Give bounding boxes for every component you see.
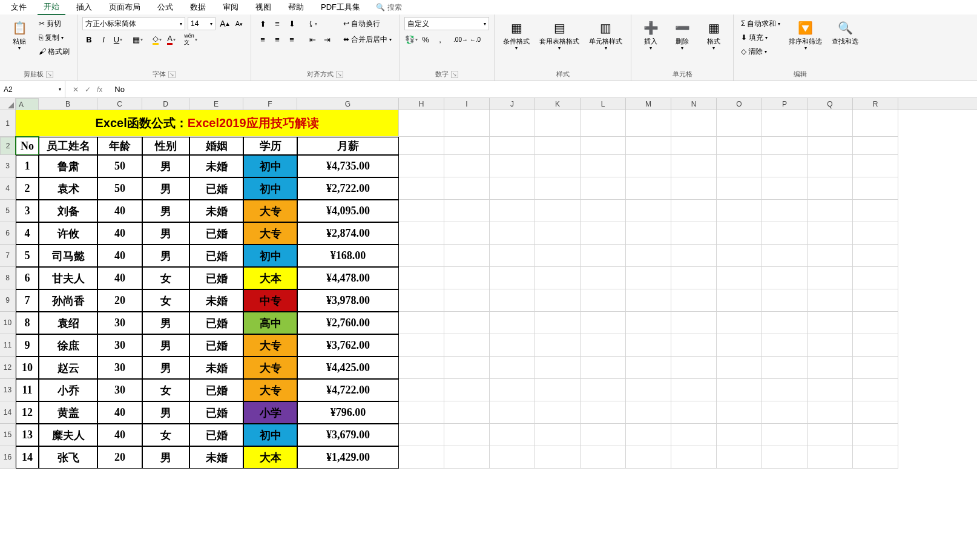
data-cell[interactable]: 大专 (243, 200, 297, 222)
cell[interactable] (853, 222, 898, 245)
row-header-4[interactable]: 4 (0, 177, 16, 200)
cell[interactable] (581, 137, 626, 155)
data-cell[interactable]: 男 (142, 245, 189, 267)
cell[interactable] (490, 379, 535, 401)
cell[interactable] (399, 137, 444, 155)
cell[interactable] (853, 245, 898, 267)
cell[interactable] (581, 446, 626, 469)
data-cell[interactable]: 初中 (243, 245, 297, 267)
cell[interactable] (717, 200, 762, 222)
cell[interactable] (853, 289, 898, 312)
data-cell[interactable]: 已婚 (189, 312, 243, 334)
data-cell[interactable]: ¥4,735.00 (297, 155, 399, 177)
data-cell[interactable]: 40 (97, 200, 142, 222)
data-cell[interactable]: 大本 (243, 446, 297, 469)
cell[interactable] (444, 289, 490, 312)
data-cell[interactable]: 男 (142, 312, 189, 334)
cell[interactable] (399, 155, 444, 177)
cell[interactable] (762, 401, 808, 424)
data-cell[interactable]: 张飞 (39, 446, 97, 469)
increase-font-button[interactable]: A▴ (218, 17, 231, 30)
cell[interactable] (762, 289, 808, 312)
data-cell[interactable]: 已婚 (189, 267, 243, 289)
cell[interactable] (671, 312, 717, 334)
cell[interactable] (444, 424, 490, 446)
worksheet-grid[interactable]: ABCDEFGHIJKLMNOPQR 1Excel函数公式：Excel2019应… (0, 98, 977, 469)
column-header-H[interactable]: H (399, 98, 444, 110)
cell[interactable] (399, 424, 444, 446)
cell[interactable] (444, 200, 490, 222)
cell[interactable] (535, 137, 581, 155)
cell[interactable] (444, 401, 490, 424)
cell[interactable] (717, 446, 762, 469)
cell[interactable] (626, 110, 671, 137)
data-cell[interactable]: 未婚 (189, 289, 243, 312)
data-cell[interactable]: 40 (97, 401, 142, 424)
cell[interactable] (535, 200, 581, 222)
cell[interactable] (853, 379, 898, 401)
cell[interactable] (626, 137, 671, 155)
tab-help[interactable]: 帮助 (282, 0, 310, 15)
delete-button[interactable]: ➖删除▾ (668, 17, 697, 53)
cell[interactable] (490, 289, 535, 312)
cell[interactable] (581, 312, 626, 334)
cell[interactable] (717, 379, 762, 401)
cell[interactable] (490, 446, 535, 469)
data-cell[interactable]: ¥2,722.00 (297, 177, 399, 200)
row-header-15[interactable]: 15 (0, 424, 16, 446)
cell[interactable] (399, 379, 444, 401)
column-header-M[interactable]: M (626, 98, 671, 110)
cell[interactable] (581, 200, 626, 222)
data-cell[interactable]: 袁术 (39, 177, 97, 200)
select-all-corner[interactable] (0, 98, 16, 110)
data-cell[interactable]: 已婚 (189, 245, 243, 267)
tab-page-layout[interactable]: 页面布局 (103, 0, 146, 15)
cell[interactable] (853, 312, 898, 334)
column-header-A[interactable]: A (16, 98, 39, 111)
paste-button[interactable]: 📋 粘贴 ▾ (5, 17, 34, 53)
table-header[interactable]: 婚姻 (189, 137, 243, 155)
cell[interactable] (581, 110, 626, 137)
row-header-16[interactable]: 16 (0, 446, 16, 469)
cell[interactable] (808, 177, 853, 200)
data-cell[interactable]: 未婚 (189, 200, 243, 222)
data-cell[interactable]: 30 (97, 312, 142, 334)
data-cell[interactable]: 未婚 (189, 446, 243, 469)
cell[interactable] (535, 357, 581, 379)
data-cell[interactable]: 男 (142, 446, 189, 469)
data-cell[interactable]: 大专 (243, 379, 297, 401)
format-button[interactable]: ▦格式▾ (699, 17, 728, 53)
cell[interactable] (444, 155, 490, 177)
cell[interactable] (717, 289, 762, 312)
row-header-2[interactable]: 2 (0, 137, 16, 155)
data-cell[interactable]: 男 (142, 155, 189, 177)
cell[interactable] (444, 177, 490, 200)
data-cell[interactable]: 大专 (243, 222, 297, 245)
cell[interactable] (762, 312, 808, 334)
data-cell[interactable]: ¥4,722.00 (297, 379, 399, 401)
cell[interactable] (490, 200, 535, 222)
cell[interactable] (762, 222, 808, 245)
data-cell[interactable]: ¥4,095.00 (297, 200, 399, 222)
data-cell[interactable]: 3 (16, 200, 39, 222)
cell[interactable] (626, 222, 671, 245)
cell[interactable] (808, 334, 853, 357)
cell[interactable] (762, 267, 808, 289)
cell[interactable] (535, 334, 581, 357)
data-cell[interactable]: ¥3,978.00 (297, 289, 399, 312)
data-cell[interactable]: 糜夫人 (39, 424, 97, 446)
cell[interactable] (671, 137, 717, 155)
increase-indent-button[interactable]: ⇥ (320, 33, 334, 46)
data-cell[interactable]: 小乔 (39, 379, 97, 401)
data-cell[interactable]: 男 (142, 401, 189, 424)
tab-file[interactable]: 文件 (5, 0, 33, 15)
cell[interactable] (490, 357, 535, 379)
cell[interactable] (444, 245, 490, 267)
data-cell[interactable]: 1 (16, 155, 39, 177)
tab-formulas[interactable]: 公式 (151, 0, 179, 15)
cell[interactable] (399, 357, 444, 379)
cell[interactable] (535, 289, 581, 312)
data-cell[interactable]: 30 (97, 357, 142, 379)
row-header-7[interactable]: 7 (0, 245, 16, 267)
cell[interactable] (853, 155, 898, 177)
